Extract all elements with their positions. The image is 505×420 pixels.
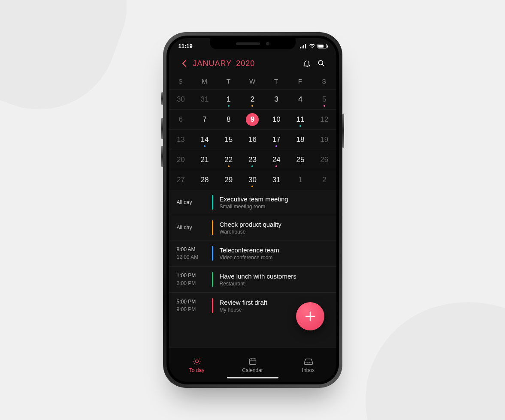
svg-line-5 — [322, 64, 324, 66]
day-number: 3 — [274, 95, 278, 104]
calendar-day[interactable]: 7 — [193, 110, 217, 129]
battery-icon — [318, 44, 327, 48]
day-number: 10 — [272, 115, 281, 124]
day-number: 29 — [224, 176, 233, 184]
speaker-grille — [236, 42, 260, 45]
weekday-label: T — [217, 78, 241, 85]
calendar-day[interactable]: 11 — [288, 110, 312, 129]
calendar-day[interactable]: 1 — [288, 170, 312, 190]
nav-inbox[interactable]: Inbox — [281, 348, 336, 382]
weekday-row: SMTWTFS — [169, 74, 336, 89]
calendar-day[interactable]: 8 — [217, 110, 241, 129]
calendar-day[interactable]: 24 — [264, 150, 288, 170]
calendar-week: 6789101112 — [169, 109, 336, 129]
day-number: 6 — [179, 115, 183, 124]
background-shape — [344, 276, 505, 420]
calendar-day[interactable]: 20 — [169, 150, 193, 170]
calendar-day[interactable]: 9 — [241, 110, 265, 129]
calendar-day[interactable]: 14 — [193, 130, 217, 150]
weekday-label: M — [193, 78, 217, 85]
svg-rect-2 — [303, 45, 304, 48]
calendar-day[interactable]: 22 — [217, 150, 241, 170]
calendar-day[interactable]: 13 — [169, 130, 193, 150]
back-chevron-icon[interactable] — [178, 58, 190, 69]
header-title[interactable]: JANUARY 2020 — [193, 59, 255, 68]
day-number: 24 — [272, 156, 281, 164]
weekday-label: T — [264, 78, 288, 85]
calendar-day[interactable]: 18 — [288, 130, 312, 150]
inbox-icon — [304, 357, 313, 366]
calendar-day[interactable]: 3 — [264, 90, 288, 109]
day-number: 15 — [224, 135, 233, 144]
day-number: 8 — [227, 115, 230, 124]
calendar-day[interactable]: 30 — [241, 170, 265, 190]
calendar-day[interactable]: 21 — [193, 150, 217, 170]
calendar-day[interactable]: 15 — [217, 130, 241, 150]
power-button — [342, 114, 344, 148]
event-dot — [251, 105, 253, 107]
day-number: 31 — [272, 176, 281, 184]
event-color-bar — [212, 220, 213, 235]
add-event-button[interactable] — [296, 302, 324, 330]
event-row[interactable]: 8:00 AM12:00 AMTeleconference teamVideo … — [169, 240, 336, 266]
day-number: 25 — [296, 156, 304, 164]
calendar-day[interactable]: 19 — [312, 130, 336, 150]
calendar-day[interactable]: 17 — [264, 130, 288, 150]
nav-today[interactable]: To day — [169, 348, 225, 382]
event-row[interactable]: All dayExecutive team meetingSmall meeti… — [169, 190, 336, 215]
calendar-day[interactable]: 27 — [169, 170, 193, 190]
event-time: All day — [169, 198, 207, 206]
event-time: 5:00 PM9:00 PM — [169, 298, 207, 313]
event-row[interactable]: All dayCheck product qualityWarehouse — [169, 215, 336, 240]
calendar-day[interactable]: 2 — [312, 170, 336, 190]
event-location: Restaurant — [220, 281, 330, 287]
event-dot — [324, 105, 325, 107]
day-number: 16 — [248, 135, 257, 144]
calendar-day[interactable]: 31 — [264, 170, 288, 190]
calendar-day[interactable]: 30 — [169, 90, 193, 109]
svg-point-4 — [318, 60, 323, 65]
background-shape — [0, 0, 144, 131]
day-number: 9 — [246, 113, 259, 126]
calendar-day[interactable]: 31 — [193, 90, 217, 109]
phone-bezel: 11:19 — [166, 36, 339, 384]
screen: 11:19 — [169, 38, 336, 382]
bell-icon[interactable] — [301, 58, 312, 69]
calendar-day[interactable]: 26 — [312, 150, 336, 170]
volume-up-button — [161, 118, 163, 139]
event-dot — [228, 165, 230, 167]
calendar-day[interactable]: 28 — [193, 170, 217, 190]
cellular-signal-icon — [300, 44, 307, 48]
svg-point-6 — [195, 360, 198, 363]
calendar-day[interactable]: 5 — [312, 90, 336, 109]
calendar-day[interactable]: 29 — [217, 170, 241, 190]
header-year: 2020 — [236, 59, 255, 68]
search-icon[interactable] — [316, 58, 327, 69]
calendar-day[interactable]: 6 — [169, 110, 193, 129]
day-number: 30 — [177, 95, 185, 104]
calendar-day[interactable]: 25 — [288, 150, 312, 170]
day-number: 5 — [322, 95, 326, 104]
event-body: Check product qualityWarehouse — [219, 221, 330, 235]
calendar-day[interactable]: 12 — [312, 110, 336, 129]
event-body: Teleconference teamVideo conference room — [219, 246, 330, 261]
event-color-bar — [212, 272, 213, 287]
calendar-day[interactable]: 23 — [241, 150, 265, 170]
calendar-day[interactable]: 10 — [264, 110, 288, 129]
weekday-label: F — [288, 78, 312, 85]
event-location: Small meeting room — [220, 204, 330, 210]
calendar-day[interactable]: 2 — [241, 90, 265, 109]
day-number: 28 — [201, 176, 209, 184]
day-number: 30 — [248, 176, 257, 184]
event-body: Executive team meetingSmall meeting room — [219, 195, 330, 210]
volume-down-button — [161, 146, 163, 167]
day-number: 14 — [201, 135, 209, 144]
notch — [210, 38, 296, 49]
day-number: 20 — [177, 156, 185, 164]
nav-inbox-label: Inbox — [302, 367, 314, 373]
calendar-day[interactable]: 16 — [241, 130, 265, 150]
event-row[interactable]: 1:00 PM2:00 PMHave lunch with customersR… — [169, 266, 336, 292]
calendar-day[interactable]: 1 — [217, 90, 241, 109]
calendar-day[interactable]: 4 — [288, 90, 312, 109]
home-indicator[interactable] — [227, 377, 278, 378]
